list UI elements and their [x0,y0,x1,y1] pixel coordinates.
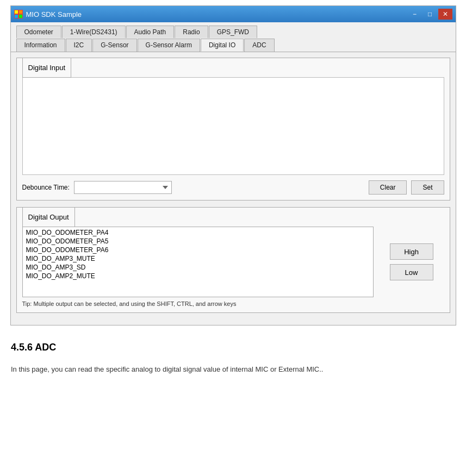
tab-gsensor[interactable]: G-Sensor [92,39,136,52]
tab-row-1: Odometer 1-Wire(DS2431) Audio Path Radio… [16,26,450,38]
output-list: MIO_DO_ODOMETER_PA4MIO_DO_ODOMETER_PA5MI… [23,227,373,297]
section-heading: 4.5.6 ADC [11,342,455,353]
digital-input-label: Digital Input [22,58,72,78]
list-item[interactable]: MIO_DO_AMP3_SD [24,263,372,272]
tab-row-2: Information I2C G-Sensor G-Sensor Alarm … [16,39,450,52]
set-button[interactable]: Set [411,180,444,195]
tab-gsensor-alarm[interactable]: G-Sensor Alarm [138,39,200,52]
app-icon [14,10,23,18]
digital-output-inner: MIO_DO_ODOMETER_PA4MIO_DO_ODOMETER_PA5MI… [22,227,444,297]
list-item[interactable]: MIO_DO_AMP2_MUTE [24,272,372,280]
content-area: Digital Input Debounce Time: Clear Set D… [11,52,456,325]
main-window: MIO SDK Sample − □ ✕ Odometer 1-Wire(DS2… [10,5,456,325]
title-bar-left: MIO SDK Sample [14,10,82,18]
tab-digital-io[interactable]: Digital IO [201,39,244,52]
digital-output-group: Digital Ouput MIO_DO_ODOMETER_PA4MIO_DO_… [16,207,450,313]
window-title: MIO SDK Sample [26,10,82,18]
section-paragraph: In this page, you can read the specific … [11,364,455,375]
maximize-button[interactable]: □ [423,9,437,20]
minimize-button[interactable]: − [408,9,422,20]
debounce-row: Debounce Time: Clear Set [22,180,444,195]
list-item[interactable]: MIO_DO_ODOMETER_PA5 [24,237,372,246]
list-item[interactable]: MIO_DO_ODOMETER_PA4 [24,228,372,237]
output-buttons: High Low [379,227,444,297]
tab-radio[interactable]: Radio [175,26,208,38]
page-content: 4.5.6 ADC In this page, you can read the… [0,331,466,375]
close-button[interactable]: ✕ [438,9,452,20]
clear-button[interactable]: Clear [369,180,407,195]
window-controls: − □ ✕ [408,9,452,20]
debounce-select[interactable] [74,181,172,194]
svg-rect-0 [15,10,18,14]
tip-text: Tip: Multiple output can be selected, an… [22,300,444,307]
tab-1wire[interactable]: 1-Wire(DS2431) [62,26,126,38]
output-listbox[interactable]: MIO_DO_ODOMETER_PA4MIO_DO_ODOMETER_PA5MI… [22,227,374,297]
tab-gps-fwd[interactable]: GPS_FWD [209,26,257,38]
tab-bar: Odometer 1-Wire(DS2431) Audio Path Radio… [11,22,456,52]
svg-rect-2 [15,15,18,18]
tab-adc[interactable]: ADC [244,39,274,52]
svg-rect-1 [19,10,22,14]
list-item[interactable]: MIO_DO_ODOMETER_PA6 [24,246,372,254]
title-bar: MIO SDK Sample − □ ✕ [11,6,456,22]
list-item[interactable]: MIO_DO_AMP3_MUTE [24,254,372,263]
digital-input-listbox[interactable] [22,77,444,175]
low-button[interactable]: Low [390,264,433,280]
debounce-label: Debounce Time: [22,184,70,191]
digital-output-label: Digital Ouput [22,207,75,227]
high-button[interactable]: High [390,243,433,260]
tab-information[interactable]: Information [16,39,65,52]
tab-odometer[interactable]: Odometer [16,26,61,38]
tab-audio-path[interactable]: Audio Path [126,26,175,38]
svg-rect-3 [19,15,22,18]
tab-i2c[interactable]: I2C [66,39,92,52]
digital-input-group: Digital Input Debounce Time: Clear Set [16,58,450,201]
